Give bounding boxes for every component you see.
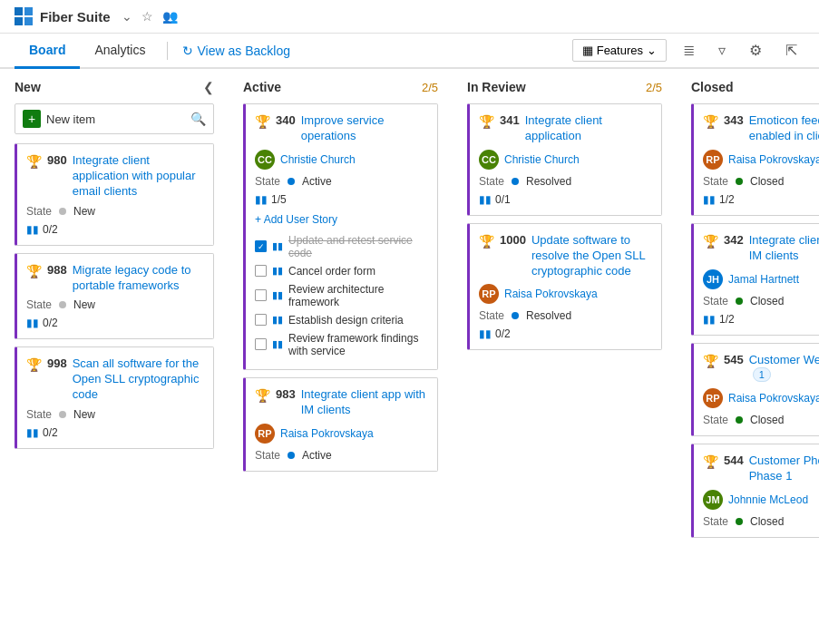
new-item-bar[interactable]: + New item 🔍 bbox=[15, 103, 214, 134]
column-closed: Closed ❮ 🏆 343 Emoticon feedback enabled… bbox=[691, 80, 819, 545]
card-983-state: State Active bbox=[255, 449, 428, 462]
filter-button[interactable]: ▿ bbox=[711, 38, 733, 63]
card-998-progress: ▮▮ 0/2 bbox=[26, 426, 204, 439]
board: New ❮ + New item 🔍 🏆 980 Integrate clien… bbox=[0, 69, 819, 556]
card-342-progress: ▮▮ 1/2 bbox=[703, 313, 819, 326]
nav-analytics[interactable]: Analytics bbox=[80, 34, 160, 69]
grid-icon: ▦ bbox=[582, 44, 593, 57]
nav-divider bbox=[167, 42, 168, 60]
progress-icon: ▮▮ bbox=[26, 426, 39, 439]
avatar: RP bbox=[703, 150, 723, 170]
card-983-header: 🏆 983 Integrate client app with IM clien… bbox=[255, 387, 428, 418]
state-dot bbox=[59, 208, 66, 215]
app-icon bbox=[15, 7, 33, 25]
column-header-in-review: In Review 2/5 bbox=[467, 80, 662, 94]
card-342-header: 🏆 342 Integrate client app with IM clien… bbox=[703, 233, 819, 264]
card-1000-header: 🏆 1000 Update software to resolve the Op… bbox=[479, 233, 652, 279]
trophy-icon: 🏆 bbox=[479, 234, 494, 249]
column-active: Active 2/5 🏆 340 Improve service operati… bbox=[243, 80, 438, 545]
state-dot bbox=[736, 298, 743, 305]
state-dot bbox=[736, 178, 743, 185]
trophy-icon: 🏆 bbox=[703, 354, 718, 368]
nav-board[interactable]: Board bbox=[15, 34, 80, 69]
column-settings-button[interactable]: ≣ bbox=[676, 38, 702, 63]
state-dot bbox=[512, 312, 519, 319]
progress-icon: ▮▮ bbox=[26, 223, 39, 236]
app-title: Fiber Suite bbox=[40, 9, 111, 24]
card-340-header: 🏆 340 Improve service operations bbox=[255, 113, 428, 144]
nav-right: ▦ Features ⌄ ≣ ▿ ⚙ ⇱ bbox=[572, 38, 804, 63]
trophy-icon: 🏆 bbox=[255, 114, 270, 129]
progress-icon: ▮▮ bbox=[26, 317, 39, 329]
card-980-header: 🏆 980 Integrate client application with … bbox=[26, 153, 204, 200]
checkbox-1[interactable]: ✓ bbox=[255, 240, 267, 252]
card-1000: 🏆 1000 Update software to resolve the Op… bbox=[467, 223, 662, 351]
column-title-in-review: In Review bbox=[467, 80, 526, 94]
card-988-progress: ▮▮ 0/2 bbox=[26, 317, 204, 329]
card-341-progress: ▮▮ 0/1 bbox=[479, 193, 652, 206]
checkbox-5[interactable] bbox=[255, 338, 267, 350]
avatar: RP bbox=[703, 388, 723, 408]
add-user-story-btn[interactable]: + Add User Story bbox=[255, 213, 428, 226]
trophy-icon: 🏆 bbox=[26, 154, 42, 169]
column-header-new: New ❮ bbox=[15, 80, 214, 94]
top-bar: Fiber Suite ⌄ ☆ 👥 bbox=[0, 0, 819, 34]
new-item-button[interactable]: + bbox=[23, 110, 41, 128]
card-544: 🏆 544 Customer Phone - Phase 1 JM Johnni… bbox=[691, 444, 819, 538]
column-in-review: In Review 2/5 🏆 341 Integrate client app… bbox=[467, 80, 662, 545]
card-340: 🏆 340 Improve service operations CC Chri… bbox=[243, 103, 438, 370]
top-bar-icons: ⌄ ☆ 👥 bbox=[122, 9, 178, 24]
card-343-progress: ▮▮ 1/2 bbox=[703, 193, 819, 206]
state-dot bbox=[288, 452, 295, 459]
nav-bar: Board Analytics ↻ View as Backlog ▦ Feat… bbox=[0, 34, 819, 69]
features-button[interactable]: ▦ Features ⌄ bbox=[572, 39, 667, 62]
checkbox-3[interactable] bbox=[255, 289, 267, 301]
fullscreen-button[interactable]: ⇱ bbox=[778, 38, 804, 63]
checkbox-2[interactable] bbox=[255, 265, 267, 277]
progress-bar-icon: ▮▮ bbox=[272, 240, 283, 252]
progress-icon: ▮▮ bbox=[703, 193, 716, 206]
card-998: 🏆 998 Scan all software for the Open SLL… bbox=[15, 346, 214, 449]
state-dot bbox=[59, 301, 66, 308]
card-1000-avatar: RP Raisa Pokrovskaya bbox=[479, 284, 652, 304]
state-dot bbox=[512, 178, 519, 185]
progress-icon: ▮▮ bbox=[479, 193, 492, 206]
card-980-progress: ▮▮ 0/2 bbox=[26, 223, 204, 236]
card-341-state: State Resolved bbox=[479, 175, 652, 188]
view-backlog-btn[interactable]: ↻ View as Backlog bbox=[175, 34, 297, 67]
column-title-active: Active bbox=[243, 80, 281, 94]
progress-bar-icon: ▮▮ bbox=[272, 265, 283, 277]
settings-button[interactable]: ⚙ bbox=[742, 38, 769, 63]
card-983-avatar: RP Raisa Pokrovskaya bbox=[255, 424, 428, 444]
people-icon[interactable]: 👥 bbox=[162, 9, 178, 24]
avatar: RP bbox=[479, 284, 499, 304]
search-icon[interactable]: 🔍 bbox=[190, 112, 206, 126]
state-dot bbox=[736, 518, 743, 525]
chevron-down-icon[interactable]: ⌄ bbox=[122, 9, 132, 24]
card-343-state: State Closed bbox=[703, 175, 819, 188]
checklist-item-1: ✓ ▮▮ Update and retest service code bbox=[255, 231, 428, 262]
avatar: JH bbox=[703, 269, 723, 289]
card-342-state: State Closed bbox=[703, 295, 819, 307]
card-343-avatar: RP Raisa Pokrovskaya bbox=[703, 150, 819, 170]
card-1000-state: State Resolved bbox=[479, 309, 652, 322]
column-chevron-new[interactable]: ❮ bbox=[203, 80, 214, 94]
column-title-new: New bbox=[15, 80, 41, 94]
trophy-icon: 🏆 bbox=[703, 114, 718, 129]
column-count-in-review: 2/5 bbox=[646, 81, 662, 94]
card-341-header: 🏆 341 Integrate client application bbox=[479, 113, 652, 144]
progress-bar-icon: ▮▮ bbox=[272, 338, 283, 350]
card-983: 🏆 983 Integrate client app with IM clien… bbox=[243, 377, 438, 472]
card-544-header: 🏆 544 Customer Phone - Phase 1 bbox=[703, 454, 819, 484]
card-340-state: State Active bbox=[255, 175, 428, 188]
card-988: 🏆 988 Migrate legacy code to portable fr… bbox=[15, 253, 214, 340]
column-header-closed: Closed ❮ bbox=[691, 80, 819, 94]
star-icon[interactable]: ☆ bbox=[141, 9, 153, 24]
card-340-avatar: CC Christie Church bbox=[255, 150, 428, 170]
checklist-item-2: ▮▮ Cancel order form bbox=[255, 262, 428, 280]
card-1000-progress: ▮▮ 0/2 bbox=[479, 327, 652, 340]
card-998-state: State New bbox=[26, 408, 204, 421]
checkbox-4[interactable] bbox=[255, 314, 267, 326]
trophy-icon: 🏆 bbox=[255, 388, 270, 403]
card-998-header: 🏆 998 Scan all software for the Open SLL… bbox=[26, 356, 204, 403]
